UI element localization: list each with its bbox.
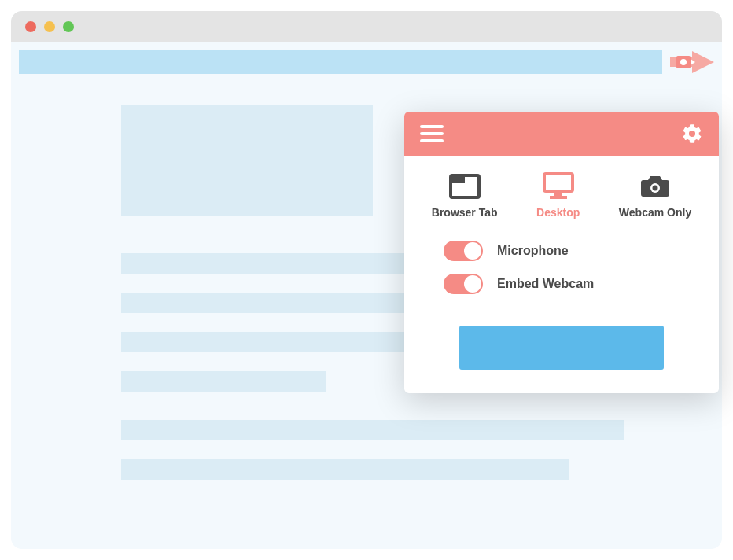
zoom-window-button[interactable]: [63, 21, 74, 32]
hamburger-icon: [420, 139, 444, 142]
toggle-label: Embed Webcam: [497, 277, 594, 291]
toggle-options: Microphone Embed Webcam: [404, 227, 719, 302]
close-window-button[interactable]: [25, 21, 36, 32]
microphone-toggle[interactable]: [444, 241, 483, 261]
toggle-embed-webcam-row: Embed Webcam: [444, 274, 687, 294]
toggle-knob: [464, 242, 481, 260]
browser-window: Browser Tab Desktop: [11, 11, 722, 549]
mode-label: Browser Tab: [432, 206, 498, 219]
browser-toolbar: [11, 42, 722, 82]
minimize-window-button[interactable]: [44, 21, 55, 32]
start-recording-button[interactable]: [459, 326, 664, 370]
menu-button[interactable]: [420, 125, 444, 142]
svg-rect-7: [554, 193, 562, 196]
screencast-extension-button[interactable]: [670, 47, 714, 77]
embed-webcam-toggle[interactable]: [444, 274, 483, 294]
popup-footer: [404, 302, 719, 393]
svg-rect-5: [451, 175, 465, 183]
gear-icon: [681, 123, 703, 145]
mode-webcam-only[interactable]: Webcam Only: [619, 171, 691, 219]
camera-icon: [639, 171, 672, 200]
hamburger-icon: [420, 125, 444, 128]
settings-button[interactable]: [681, 123, 703, 145]
skeleton-line: [121, 459, 569, 480]
svg-rect-8: [550, 196, 567, 199]
recorder-popup: Browser Tab Desktop: [404, 112, 719, 393]
mode-browser-tab[interactable]: Browser Tab: [432, 171, 498, 219]
svg-point-10: [653, 186, 658, 191]
capture-mode-selector: Browser Tab Desktop: [404, 156, 719, 227]
mode-desktop[interactable]: Desktop: [536, 171, 580, 219]
skeleton-line: [121, 420, 624, 440]
address-bar[interactable]: [19, 50, 662, 74]
mode-label: Webcam Only: [619, 206, 691, 219]
window-titlebar: [11, 11, 722, 42]
skeleton-line: [121, 371, 326, 392]
tab-icon: [448, 171, 481, 200]
mode-label: Desktop: [536, 206, 580, 219]
popup-header: [404, 112, 719, 156]
skeleton-hero: [121, 105, 373, 216]
toggle-microphone-row: Microphone: [444, 241, 687, 261]
toggle-label: Microphone: [497, 244, 569, 258]
toggle-knob: [464, 275, 481, 293]
svg-rect-6: [544, 174, 573, 191]
svg-point-2: [680, 59, 687, 65]
screencast-arrow-icon: [670, 48, 714, 76]
monitor-icon: [542, 171, 575, 200]
hamburger-icon: [420, 132, 444, 135]
